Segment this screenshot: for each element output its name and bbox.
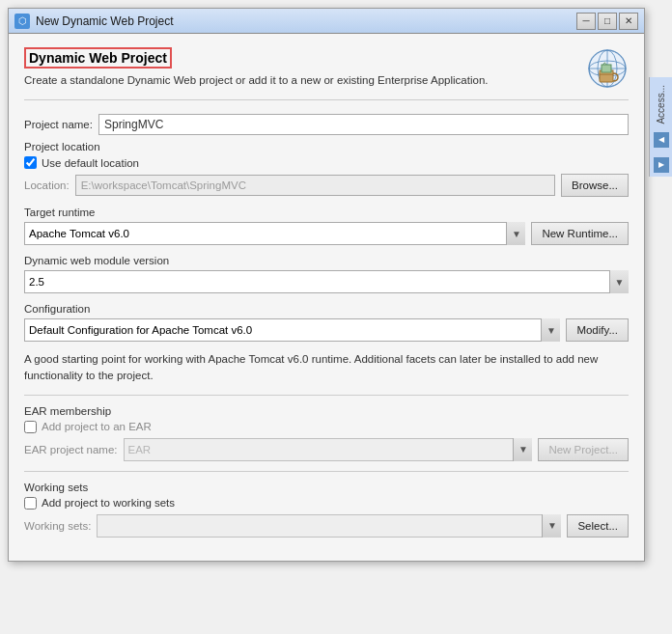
new-runtime-button[interactable]: New Runtime...	[531, 222, 629, 245]
dynamic-web-module-row: 2.5 3.0 3.1 ▼	[24, 270, 629, 293]
ear-project-name-row: EAR project name: EAR ▼ New Project...	[24, 438, 629, 461]
add-to-working-sets-row: Add project to working sets	[24, 497, 629, 510]
working-sets-section: Working sets Add project to working sets…	[24, 482, 629, 538]
project-name-field: Project name:	[24, 114, 629, 135]
divider-1	[24, 395, 629, 396]
working-sets-select	[97, 514, 561, 538]
minimize-button[interactable]: ─	[576, 13, 596, 30]
dynamic-web-module-label: Dynamic web module version	[24, 255, 629, 266]
ear-membership-label: EAR membership	[24, 405, 629, 417]
configuration-combo-wrapper: Default Configuration for Apache Tomcat …	[24, 318, 560, 342]
ear-project-combo-wrapper: EAR ▼	[124, 438, 533, 461]
target-runtime-label: Target runtime	[24, 207, 629, 218]
add-to-ear-checkbox[interactable]	[24, 421, 37, 433]
select-button[interactable]: Select...	[567, 514, 629, 538]
add-to-ear-row: Add project to an EAR	[24, 421, 629, 433]
svg-rect-8	[602, 65, 611, 72]
target-runtime-section: Target runtime Apache Tomcat v6.0 Apache…	[24, 207, 629, 245]
location-field-label: Location:	[24, 179, 70, 191]
target-runtime-combo-wrapper: Apache Tomcat v6.0 Apache Tomcat v7.0 Ap…	[24, 222, 525, 245]
project-location-label: Project location	[24, 141, 629, 152]
divider-2	[24, 471, 629, 472]
header-section: Dynamic Web Project Create a standalone …	[24, 47, 629, 100]
dynamic-web-module-select[interactable]: 2.5 3.0 3.1	[24, 270, 629, 293]
use-default-location-label: Use default location	[42, 157, 139, 169]
right-sidebar: Access... ◀ ▶	[649, 77, 672, 177]
browse-button[interactable]: Browse...	[561, 174, 629, 197]
configuration-label: Configuration	[24, 303, 629, 315]
new-project-button[interactable]: New Project...	[538, 438, 629, 461]
target-runtime-select[interactable]: Apache Tomcat v6.0 Apache Tomcat v7.0 Ap…	[24, 222, 525, 245]
configuration-select[interactable]: Default Configuration for Apache Tomcat …	[24, 318, 560, 342]
add-to-working-sets-checkbox[interactable]	[24, 497, 37, 510]
working-sets-row: Working sets: ▼ Select...	[24, 514, 629, 538]
configuration-description: A good starting point for working with A…	[24, 351, 629, 385]
add-to-working-sets-label: Add project to working sets	[42, 497, 175, 509]
dynamic-web-module-section: Dynamic web module version 2.5 3.0 3.1 ▼	[24, 255, 629, 293]
use-default-location-row: Use default location	[24, 156, 629, 169]
project-location-section: Project location Use default location Lo…	[24, 141, 629, 197]
project-name-input[interactable]	[98, 114, 629, 135]
modify-button[interactable]: Modify...	[566, 318, 629, 342]
ear-membership-section: EAR membership Add project to an EAR EAR…	[24, 405, 629, 461]
ear-project-select: EAR	[124, 438, 533, 461]
configuration-row: Default Configuration for Apache Tomcat …	[24, 318, 629, 342]
ear-project-name-field-label: EAR project name:	[24, 444, 118, 455]
right-bar-icon-2[interactable]: ▶	[654, 157, 669, 173]
dialog-content: Dynamic Web Project Create a standalone …	[9, 34, 644, 561]
dialog-window: ⬡ New Dynamic Web Project ─ □ ✕ Dynamic …	[8, 8, 645, 562]
window-title: New Dynamic Web Project	[36, 14, 576, 28]
title-bar-buttons: ─ □ ✕	[576, 13, 638, 30]
location-row: Location: Browse...	[24, 174, 629, 197]
header-description: Create a standalone Dynamic Web project …	[24, 72, 576, 88]
location-input	[75, 175, 555, 196]
right-bar-icon-1[interactable]: ◀	[654, 132, 669, 148]
project-name-label: Project name:	[24, 119, 93, 130]
window-icon: ⬡	[14, 14, 30, 29]
dynamic-web-module-combo-wrapper: 2.5 3.0 3.1 ▼	[24, 270, 629, 293]
title-bar: ⬡ New Dynamic Web Project ─ □ ✕	[9, 9, 644, 34]
access-label[interactable]: Access...	[654, 81, 668, 128]
target-runtime-row: Apache Tomcat v6.0 Apache Tomcat v7.0 Ap…	[24, 222, 629, 245]
maximize-button[interactable]: □	[598, 13, 617, 30]
configuration-section: Configuration Default Configuration for …	[24, 303, 629, 385]
project-icon	[586, 47, 629, 90]
working-sets-combo-wrapper: ▼	[97, 514, 561, 538]
working-sets-field-label: Working sets:	[24, 520, 91, 532]
add-to-ear-label: Add project to an EAR	[42, 421, 152, 432]
header-title: Dynamic Web Project	[24, 47, 172, 69]
header-text: Dynamic Web Project Create a standalone …	[24, 47, 576, 88]
close-button[interactable]: ✕	[619, 13, 638, 30]
working-sets-label: Working sets	[24, 482, 629, 493]
use-default-location-checkbox[interactable]	[24, 156, 37, 169]
